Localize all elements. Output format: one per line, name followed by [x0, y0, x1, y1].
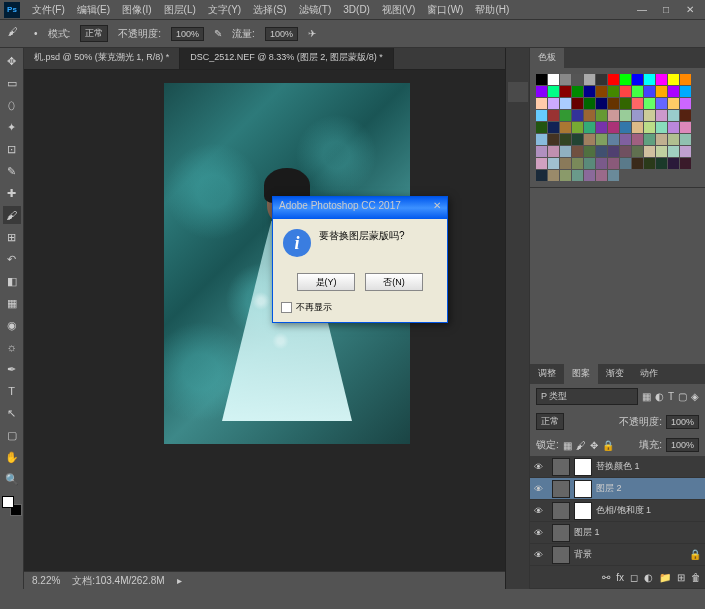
- swatch[interactable]: [608, 146, 619, 157]
- visibility-toggle[interactable]: 👁: [534, 528, 548, 538]
- dialog-close-icon[interactable]: ✕: [433, 200, 441, 216]
- swatch[interactable]: [656, 110, 667, 121]
- swatch[interactable]: [536, 158, 547, 169]
- menu-layer[interactable]: 图层(L): [158, 1, 202, 19]
- mask-thumbnail[interactable]: [574, 458, 592, 476]
- minimize-button[interactable]: —: [631, 3, 653, 17]
- menu-file[interactable]: 文件(F): [26, 1, 71, 19]
- swatch[interactable]: [656, 146, 667, 157]
- swatch[interactable]: [548, 98, 559, 109]
- lasso-tool[interactable]: ⬯: [3, 96, 21, 114]
- swatch[interactable]: [560, 170, 571, 181]
- swatch[interactable]: [668, 122, 679, 133]
- document-tab-1[interactable]: 机.psd @ 50% (莱克溯光 1, R/8) *: [24, 48, 180, 69]
- layer-filter-select[interactable]: P 类型: [536, 388, 638, 405]
- adjustments-tab[interactable]: 调整: [530, 364, 564, 384]
- layer-opacity-input[interactable]: 100%: [666, 415, 699, 429]
- swatch[interactable]: [572, 134, 583, 145]
- swatch[interactable]: [560, 98, 571, 109]
- swatch[interactable]: [644, 74, 655, 85]
- lock-pixels-icon[interactable]: 🖌: [576, 440, 586, 451]
- healing-tool[interactable]: ✚: [3, 184, 21, 202]
- color-picker[interactable]: [2, 496, 22, 516]
- group-icon[interactable]: 📁: [659, 572, 671, 583]
- swatch[interactable]: [680, 74, 691, 85]
- swatch[interactable]: [596, 134, 607, 145]
- swatch[interactable]: [680, 122, 691, 133]
- crop-tool[interactable]: ⊡: [3, 140, 21, 158]
- swatch[interactable]: [608, 122, 619, 133]
- move-tool[interactable]: ✥: [3, 52, 21, 70]
- swatch[interactable]: [572, 110, 583, 121]
- swatch[interactable]: [608, 74, 619, 85]
- swatch[interactable]: [584, 122, 595, 133]
- gradient-tool[interactable]: ▦: [3, 294, 21, 312]
- swatch[interactable]: [596, 122, 607, 133]
- swatch[interactable]: [680, 134, 691, 145]
- menu-filter[interactable]: 滤镜(T): [293, 1, 338, 19]
- swatch[interactable]: [572, 122, 583, 133]
- swatch[interactable]: [680, 110, 691, 121]
- swatch[interactable]: [620, 146, 631, 157]
- brush-tool[interactable]: 🖌: [3, 206, 21, 224]
- swatch[interactable]: [584, 86, 595, 97]
- filter-shape-icon[interactable]: ▢: [678, 391, 687, 402]
- swatch[interactable]: [536, 86, 547, 97]
- path-tool[interactable]: ↖: [3, 404, 21, 422]
- mask-thumbnail[interactable]: [574, 480, 592, 498]
- magic-wand-tool[interactable]: ✦: [3, 118, 21, 136]
- visibility-toggle[interactable]: 👁: [534, 550, 548, 560]
- marquee-tool[interactable]: ▭: [3, 74, 21, 92]
- swatch[interactable]: [632, 86, 643, 97]
- layers-tab[interactable]: 图案: [564, 364, 598, 384]
- layer-row[interactable]: 👁背景🔒: [530, 544, 705, 566]
- layer-name[interactable]: 色相/饱和度 1: [596, 504, 701, 517]
- swatch[interactable]: [620, 158, 631, 169]
- channels-tab[interactable]: 渐变: [598, 364, 632, 384]
- swatch[interactable]: [632, 134, 643, 145]
- swatch[interactable]: [608, 110, 619, 121]
- swatch[interactable]: [536, 98, 547, 109]
- swatch[interactable]: [668, 146, 679, 157]
- filter-pixel-icon[interactable]: ▦: [642, 391, 651, 402]
- layer-name[interactable]: 背景: [574, 548, 685, 561]
- swatch[interactable]: [632, 146, 643, 157]
- swatch[interactable]: [560, 74, 571, 85]
- opacity-input[interactable]: 100%: [171, 27, 204, 41]
- swatch[interactable]: [656, 134, 667, 145]
- swatch[interactable]: [668, 134, 679, 145]
- menu-type[interactable]: 文字(Y): [202, 1, 247, 19]
- swatch[interactable]: [584, 110, 595, 121]
- swatch[interactable]: [548, 134, 559, 145]
- swatch[interactable]: [584, 170, 595, 181]
- pen-tool[interactable]: ✒: [3, 360, 21, 378]
- swatch[interactable]: [572, 158, 583, 169]
- swatch[interactable]: [548, 170, 559, 181]
- swatch[interactable]: [572, 86, 583, 97]
- lock-all-icon[interactable]: 🔒: [602, 440, 614, 451]
- layer-thumbnail[interactable]: [552, 546, 570, 564]
- document-tab-2[interactable]: DSC_2512.NEF @ 8.33% (图层 2, 图层蒙版/8) *: [180, 48, 394, 69]
- visibility-toggle[interactable]: 👁: [534, 462, 548, 472]
- swatch[interactable]: [536, 110, 547, 121]
- doc-info-arrow[interactable]: ▸: [177, 575, 182, 586]
- swatch[interactable]: [656, 158, 667, 169]
- layer-thumbnail[interactable]: [552, 480, 570, 498]
- swatch[interactable]: [596, 86, 607, 97]
- shape-tool[interactable]: ▢: [3, 426, 21, 444]
- swatch[interactable]: [632, 158, 643, 169]
- swatch[interactable]: [620, 110, 631, 121]
- flow-input[interactable]: 100%: [265, 27, 298, 41]
- menu-edit[interactable]: 编辑(E): [71, 1, 116, 19]
- swatch[interactable]: [548, 86, 559, 97]
- maximize-button[interactable]: □: [655, 3, 677, 17]
- lock-transparency-icon[interactable]: ▦: [563, 440, 572, 451]
- swatch[interactable]: [560, 158, 571, 169]
- layer-thumbnail[interactable]: [552, 458, 570, 476]
- swatch[interactable]: [620, 74, 631, 85]
- zoom-tool[interactable]: 🔍: [3, 470, 21, 488]
- swatch[interactable]: [644, 134, 655, 145]
- swatch[interactable]: [608, 86, 619, 97]
- menu-window[interactable]: 窗口(W): [421, 1, 469, 19]
- paths-tab[interactable]: 动作: [632, 364, 666, 384]
